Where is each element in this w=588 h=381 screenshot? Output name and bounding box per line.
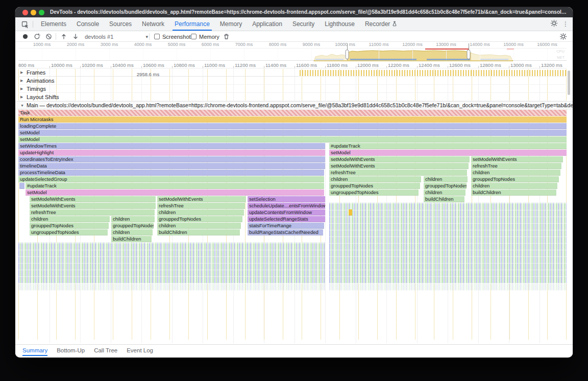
devtools-window: DevTools - devtools://devtools/bundled/d… <box>15 7 573 358</box>
ruler-tick-label: 11400 ms <box>265 62 286 68</box>
disclosure-expanded-icon: ▼ <box>20 104 24 107</box>
ruler-tick-label: 12400 ms <box>419 62 440 68</box>
flame-bar[interactable]: buildChildren <box>424 196 464 202</box>
ruler-tick-mark <box>386 66 387 68</box>
flame-bar[interactable]: scheduleUpdate…entsFromWindow <box>248 203 325 209</box>
ruler-tick-mark <box>264 66 264 68</box>
flame-chart: TaskRun MicrotasksloadingCompletesetMode… <box>15 7 573 358</box>
details-tab-bottom-up[interactable]: Bottom-Up <box>57 345 85 356</box>
flame-bar[interactable]: setWindowTimes <box>18 143 325 149</box>
flame-bar[interactable]: children <box>471 183 557 189</box>
frame-duration-label: 2958.6 ms <box>128 72 168 77</box>
flame-dense-activity[interactable] <box>18 283 325 291</box>
main-track-label: Main — devtools://devtools/bundled/devto… <box>27 102 573 108</box>
flame-bar[interactable]: children <box>111 216 155 222</box>
vertical-scrollbar[interactable] <box>568 70 570 95</box>
track-row-layout-shifts[interactable]: ▶Layout Shifts <box>18 93 567 101</box>
disclosure-collapsed-icon[interactable]: ▶ <box>20 70 26 75</box>
track-row-timings[interactable]: ▶Timings <box>18 85 567 93</box>
flame-bar[interactable]: children <box>329 176 421 182</box>
track-row-animations[interactable]: ▶Animations <box>18 77 567 85</box>
ruler-tick-label: 12200 ms <box>388 62 409 68</box>
flame-bar[interactable]: children <box>30 216 110 222</box>
flame-bar[interactable]: children <box>157 209 244 216</box>
flame-bar[interactable]: updateContentsFromWindow <box>248 209 325 216</box>
flame-bar[interactable]: updateSelectedGroup <box>18 176 324 182</box>
flame-bar[interactable]: setModel <box>26 189 324 196</box>
flame-bar[interactable]: updateHighlight <box>18 150 325 156</box>
ruler-tick-label: 10200 ms <box>82 62 103 68</box>
ruler-tick-mark <box>50 66 50 68</box>
flame-dense-activity[interactable] <box>329 203 567 283</box>
ruler-tick-mark <box>295 66 295 68</box>
flame-bar[interactable]: ungrouppedTopNodes <box>329 189 419 196</box>
flame-bar[interactable]: setModelWithEvents <box>329 163 469 169</box>
ruler-tick-mark <box>203 66 203 68</box>
disclosure-collapsed-icon[interactable]: ▶ <box>20 87 26 91</box>
ruler-tick-mark <box>478 66 479 68</box>
flame-dense-activity[interactable] <box>329 283 567 291</box>
details-tab-bar: SummaryBottom-UpCall TreeEvent Log <box>15 344 573 356</box>
flame-bar[interactable]: setModel <box>329 150 567 156</box>
flame-bar[interactable]: grouppedTopNodes <box>424 183 467 189</box>
flame-bar[interactable]: setModelWithEvents <box>157 196 246 202</box>
details-tab-event-log[interactable]: Event Log <box>127 345 153 356</box>
flame-bar[interactable]: grouppedTopNodes <box>111 223 154 229</box>
flame-bar[interactable]: children <box>471 170 560 176</box>
disclosure-collapsed-icon[interactable]: ▶ <box>20 95 26 99</box>
ruler-tick-label: 11200 ms <box>235 62 256 68</box>
ruler-tick-mark <box>233 66 234 68</box>
flame-bar[interactable]: refreshTree <box>30 209 155 216</box>
flame-bar[interactable]: grouppedTopNodes <box>329 183 420 189</box>
detail-ruler[interactable]: 800 ms10000 ms10200 ms10400 ms10600 ms10… <box>18 61 567 68</box>
ruler-tick-mark <box>325 66 326 68</box>
track-label: Animations <box>27 78 54 84</box>
main-thread-track-header[interactable]: ▼ Main — devtools://devtools/bundled/dev… <box>15 101 573 109</box>
flame-bar[interactable]: #updateTrack <box>26 183 324 189</box>
flame-bar[interactable] <box>19 183 24 189</box>
flame-bar[interactable]: children <box>111 229 153 235</box>
ruler-tick-label: 11800 ms <box>327 62 348 68</box>
flame-bar[interactable]: setSelection <box>248 196 325 202</box>
track-row-frames[interactable]: ▶Frames <box>18 68 567 77</box>
flame-bar[interactable]: refreshTree <box>471 163 561 169</box>
flame-bar[interactable]: refreshTree <box>329 170 467 176</box>
flame-bar[interactable]: setModel <box>18 136 567 142</box>
ruler-tick-label: 10400 ms <box>112 62 134 68</box>
flame-bar[interactable]: buildRangeStatsCacheIfNeeded <box>248 229 323 235</box>
flame-bar[interactable]: loadingComplete <box>18 123 567 129</box>
ruler-tick-label: 10000 ms <box>51 62 72 68</box>
flame-bar[interactable]: children <box>424 176 468 182</box>
flame-bar[interactable]: grouppedTopNodes <box>157 216 242 222</box>
flame-bar[interactable]: timelineData <box>18 163 325 169</box>
flame-bar[interactable] <box>349 209 352 216</box>
details-tab-call-tree[interactable]: Call Tree <box>94 345 117 356</box>
ruler-tick-label: 11000 ms <box>204 62 225 68</box>
flame-bar[interactable]: grouppedTopNodes <box>471 176 559 182</box>
flame-bar[interactable]: grouppedTopNodes <box>30 223 109 229</box>
flame-bar[interactable]: ungrouppedTopNodes <box>30 229 108 235</box>
flame-bar[interactable]: setModelWithEvents <box>329 156 470 162</box>
flame-bar[interactable]: buildChildren <box>111 236 152 242</box>
ruler-tick-label: 12800 ms <box>480 62 501 68</box>
flame-bar[interactable]: setModelWithEvents <box>30 203 156 209</box>
flame-bar[interactable]: statsForTimeRange <box>248 223 324 229</box>
flame-bar[interactable]: Run Microtasks <box>18 116 567 123</box>
disclosure-collapsed-icon[interactable]: ▶ <box>20 79 26 83</box>
flame-bar[interactable]: setModelWithEvents <box>471 156 563 162</box>
flame-bar[interactable]: setModelWithEvents <box>30 196 156 202</box>
flame-bar[interactable]: children <box>157 223 241 229</box>
flame-bar[interactable]: processTimelineData <box>18 170 324 176</box>
flame-dense-activity[interactable] <box>18 243 325 283</box>
flame-bar[interactable]: refreshTree <box>157 203 245 209</box>
flame-bar[interactable]: children <box>424 189 465 196</box>
flame-bar[interactable]: coordinatesToEntryIndex <box>18 156 325 162</box>
flame-bar[interactable]: setModel <box>18 130 567 136</box>
flame-bar[interactable]: buildChildren <box>157 229 240 235</box>
flame-bar[interactable]: buildChildren <box>471 189 556 196</box>
ruler-tick-label: 800 ms <box>18 62 34 68</box>
flame-bar[interactable]: #updateTrack <box>329 143 567 149</box>
flame-bar[interactable]: updateSelectedRangeStats <box>248 216 325 222</box>
details-tab-summary[interactable]: Summary <box>22 345 47 356</box>
flame-bar[interactable]: Task <box>18 110 567 116</box>
